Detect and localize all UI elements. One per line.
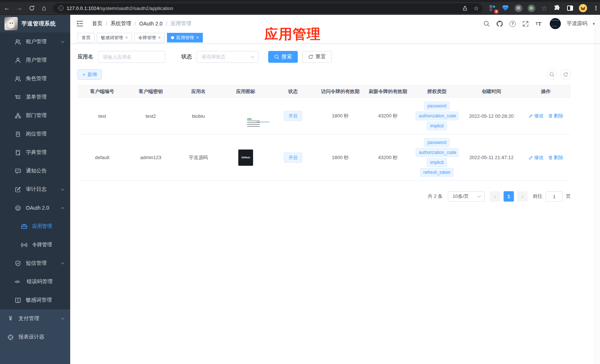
page-size-select[interactable]: 10条/页 (448, 191, 485, 202)
delete-link[interactable]: 删除 (548, 113, 563, 119)
report-designer-icon (7, 334, 14, 340)
sidebar-item-pay[interactable]: ¥ 支付管理 (0, 309, 70, 328)
close-icon[interactable]: × (125, 35, 128, 40)
sidebar-item-oauth-application[interactable]: 应用管理 (0, 217, 70, 236)
tab-home[interactable]: 首页 (78, 33, 95, 42)
fullscreen-button[interactable] (522, 20, 529, 27)
col-status: 状态 (269, 85, 317, 98)
browser-reload-button[interactable] (26, 3, 37, 13)
breadcrumb-system[interactable]: 系统管理 (110, 20, 131, 27)
app-title: 芋道管理系统 (21, 20, 56, 27)
goto-page-input[interactable] (546, 191, 563, 202)
next-page-button[interactable]: › (517, 191, 528, 202)
emoji-face-icon (579, 4, 587, 12)
status-select[interactable]: 请选择状态 (197, 51, 259, 63)
sidebar-item-notice[interactable]: 通知公告 (0, 162, 70, 180)
scrollbar-gutter[interactable] (594, 15, 600, 364)
sidebar-item-post[interactable]: 岗位管理 (0, 125, 70, 143)
sidebar-item-label: 应用管理 (32, 223, 52, 230)
sidebar-item-user[interactable]: 用户管理 (0, 51, 70, 69)
site-info-icon[interactable]: i (58, 6, 64, 11)
browser-home-button[interactable]: ⌂ (39, 3, 50, 13)
prev-page-button[interactable]: ‹ (490, 191, 500, 202)
sidebar-item-dept[interactable]: 部门管理 (0, 106, 70, 125)
badge-icon (15, 131, 21, 137)
breadcrumb-current: 应用管理 (171, 20, 191, 27)
applications-table: 客户端编号 客户端密钥 应用名 应用图标 状态 访问令牌的有效期 刷新令牌的有效… (78, 85, 571, 181)
tabs-grid-extension-icon[interactable]: 9 (488, 4, 497, 12)
sidebar-item-label: 用户管理 (26, 57, 47, 63)
col-app-icon: 应用图标 (222, 85, 269, 98)
sidebar-item-oauth[interactable]: OAuth 2.0 (0, 199, 70, 217)
search-button[interactable]: 搜索 (268, 51, 298, 63)
sidebar-item-label: 敏感词管理 (26, 297, 52, 303)
tab-sensitive-word[interactable]: 敏感词管理 × (97, 33, 132, 42)
sidebar-item-menu[interactable]: 菜单管理 (0, 88, 70, 106)
browser-menu-button[interactable]: ⋮ (592, 4, 600, 12)
status-placeholder: 请选择状态 (201, 54, 225, 60)
split-view-extension-icon[interactable] (566, 4, 574, 12)
tab-application[interactable]: 应用管理 × (167, 33, 203, 42)
sidebar-item-label: 短信管理 (26, 260, 47, 267)
sidebar-item-tenant[interactable]: 租户管理 (0, 32, 70, 51)
help-button[interactable]: ? (509, 20, 516, 27)
reset-button[interactable]: 重置 (302, 51, 332, 63)
trash-icon (548, 155, 553, 160)
browser-back-button[interactable]: ← (1, 3, 13, 13)
page-1-button[interactable]: 1 (504, 191, 514, 202)
username[interactable]: 芋道源码 (566, 20, 587, 27)
command-extension-icon[interactable]: ⌘ (514, 4, 522, 12)
refresh-table-button[interactable] (560, 69, 571, 80)
edit-label: 修改 (534, 154, 544, 161)
breadcrumb-home[interactable]: 首页 (92, 20, 102, 27)
page-content: 应用名 状态 请选择状态 搜索 重置 + 新增 (70, 44, 578, 202)
sidebar-item-sms[interactable]: 短信管理 (0, 254, 70, 272)
audit-log-icon (15, 186, 21, 193)
sidebar-item-dict[interactable]: 字典管理 (0, 143, 70, 162)
share-icon[interactable] (462, 6, 468, 11)
delete-link[interactable]: 删除 (548, 154, 563, 161)
sidebar-item-audit[interactable]: 审计日志 (0, 180, 70, 199)
font-size-button[interactable]: TT (535, 20, 542, 27)
breadcrumb-separator: / (106, 21, 107, 27)
sidebar-item-role[interactable]: 角色管理 (0, 69, 70, 88)
recorder-extension-icon[interactable] (527, 4, 535, 12)
app-logo[interactable]: 芋道管理系统 (0, 15, 70, 32)
breadcrumb-oauth[interactable]: OAuth 2.0 (139, 21, 163, 27)
col-created: 创建时间 (462, 85, 521, 98)
chevron-down-icon (61, 261, 65, 265)
browser-forward-button[interactable]: → (14, 3, 25, 13)
header-search-button[interactable] (483, 20, 490, 27)
status-badge: 开启 (284, 111, 302, 121)
emoji-extension-icon[interactable] (579, 4, 587, 12)
col-grant-types: 授权类型 (412, 85, 462, 98)
url-bar[interactable]: i 127.0.0.1:1024/system/oauth2/oauth2/ap… (53, 3, 483, 13)
sidebar-item-oauth-token[interactable]: 令牌管理 (0, 236, 70, 254)
green-star-extension-icon[interactable]: ☆ (540, 4, 548, 12)
pagination: 共 2 条 10条/页 ‹ 1 › 前往 页 (78, 191, 571, 202)
org-chart-icon (15, 113, 21, 119)
bookmark-star-icon[interactable]: ☆ (474, 5, 479, 12)
show-search-button[interactable] (547, 69, 557, 80)
close-icon[interactable]: × (196, 35, 199, 40)
tab-token[interactable]: 令牌管理 × (134, 33, 165, 42)
sidebar-item-report-designer[interactable]: 报表设计器 (0, 328, 70, 346)
header-actions: ? TT 芋道源码 ▾ (483, 18, 595, 29)
main-area: 首页 / 系统管理 / OAuth 2.0 / 应用管理 ? TT 芋道源码 ▾ (70, 15, 600, 364)
add-button[interactable]: + 新增 (78, 69, 102, 80)
sidebar-item-label: 租户管理 (26, 38, 47, 45)
github-button[interactable] (496, 20, 503, 27)
close-icon[interactable]: × (158, 35, 161, 40)
gem-extension-icon[interactable] (501, 4, 509, 12)
sidebar-item-sensitive-word[interactable]: 敏感词管理 (0, 291, 70, 309)
collapse-sidebar-icon[interactable] (76, 20, 84, 28)
edit-link[interactable]: 修改 (529, 113, 544, 119)
sidebar-item-errorcode[interactable]: </> 错误码管理 (0, 272, 70, 291)
puzzle-extensions-icon[interactable] (553, 4, 561, 12)
edit-label: 修改 (534, 113, 544, 119)
app-name-input[interactable] (98, 51, 165, 63)
user-avatar[interactable] (550, 18, 561, 29)
edit-link[interactable]: 修改 (529, 154, 544, 161)
status-badge: 开启 (284, 152, 302, 163)
pencil-icon (529, 155, 533, 160)
